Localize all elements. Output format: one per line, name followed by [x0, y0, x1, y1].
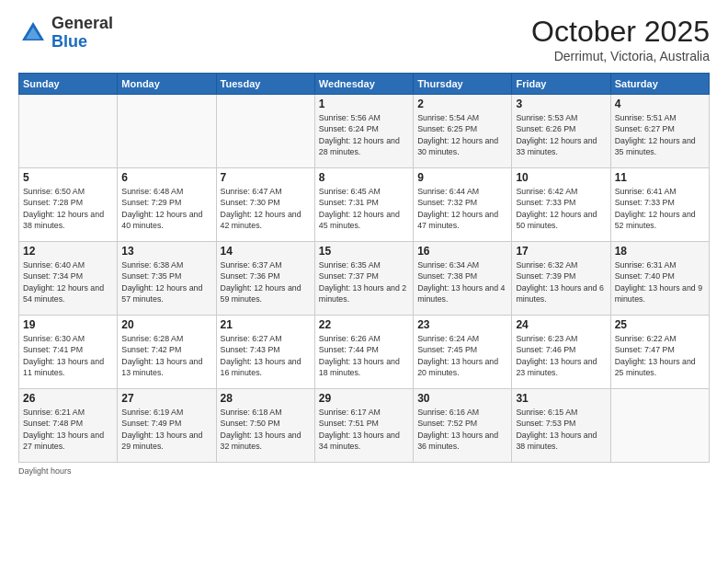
- day-number: 7: [221, 171, 311, 184]
- calendar-table: SundayMondayTuesdayWednesdayThursdayFrid…: [18, 73, 710, 463]
- day-info: Sunrise: 6:24 AM Sunset: 7:45 PM Dayligh…: [417, 333, 507, 378]
- day-info: Sunrise: 6:15 AM Sunset: 7:53 PM Dayligh…: [516, 407, 606, 452]
- day-number: 2: [417, 98, 507, 110]
- calendar-cell: 15Sunrise: 6:35 AM Sunset: 7:37 PM Dayli…: [314, 242, 413, 316]
- day-info: Sunrise: 6:27 AM Sunset: 7:43 PM Dayligh…: [221, 333, 311, 378]
- week-row-2: 12Sunrise: 6:40 AM Sunset: 7:34 PM Dayli…: [19, 242, 710, 316]
- day-number: 9: [417, 171, 507, 184]
- calendar-cell: [19, 95, 118, 168]
- title-block: October 2025 Derrimut, Victoria, Austral…: [531, 15, 710, 63]
- header-day-monday: Monday: [118, 74, 216, 95]
- day-number: 3: [516, 98, 606, 110]
- calendar-cell: 27Sunrise: 6:19 AM Sunset: 7:49 PM Dayli…: [118, 389, 216, 463]
- calendar-cell: 20Sunrise: 6:28 AM Sunset: 7:42 PM Dayli…: [118, 316, 216, 389]
- day-info: Sunrise: 6:23 AM Sunset: 7:46 PM Dayligh…: [516, 333, 606, 378]
- day-number: 25: [615, 318, 705, 331]
- day-info: Sunrise: 6:32 AM Sunset: 7:39 PM Dayligh…: [516, 259, 606, 304]
- day-number: 23: [417, 318, 507, 331]
- day-info: Sunrise: 6:26 AM Sunset: 7:44 PM Dayligh…: [319, 333, 409, 378]
- day-number: 18: [615, 245, 705, 258]
- week-row-3: 19Sunrise: 6:30 AM Sunset: 7:41 PM Dayli…: [19, 316, 710, 389]
- calendar-cell: [118, 95, 216, 168]
- header-day-tuesday: Tuesday: [216, 74, 314, 95]
- day-number: 11: [615, 171, 705, 184]
- day-info: Sunrise: 6:47 AM Sunset: 7:30 PM Dayligh…: [221, 186, 311, 231]
- calendar-cell: 22Sunrise: 6:26 AM Sunset: 7:44 PM Dayli…: [314, 316, 413, 389]
- logo-general-text: General: [51, 14, 113, 32]
- day-info: Sunrise: 6:48 AM Sunset: 7:29 PM Dayligh…: [121, 186, 211, 231]
- day-info: Sunrise: 5:51 AM Sunset: 6:27 PM Dayligh…: [615, 112, 705, 157]
- calendar-cell: 17Sunrise: 6:32 AM Sunset: 7:39 PM Dayli…: [512, 242, 610, 316]
- header-row: SundayMondayTuesdayWednesdayThursdayFrid…: [19, 74, 710, 95]
- calendar-cell: 18Sunrise: 6:31 AM Sunset: 7:40 PM Dayli…: [610, 242, 709, 316]
- day-number: 13: [121, 245, 211, 258]
- day-info: Sunrise: 6:41 AM Sunset: 7:33 PM Dayligh…: [615, 186, 705, 231]
- day-number: 5: [23, 171, 113, 184]
- day-info: Sunrise: 5:54 AM Sunset: 6:25 PM Dayligh…: [417, 112, 507, 157]
- day-info: Sunrise: 6:37 AM Sunset: 7:36 PM Dayligh…: [221, 259, 311, 304]
- day-info: Sunrise: 6:40 AM Sunset: 7:34 PM Dayligh…: [23, 259, 113, 304]
- location-subtitle: Derrimut, Victoria, Australia: [531, 49, 710, 63]
- day-info: Sunrise: 5:53 AM Sunset: 6:26 PM Dayligh…: [516, 112, 606, 157]
- day-number: 14: [221, 245, 311, 258]
- week-row-0: 1Sunrise: 5:56 AM Sunset: 6:24 PM Daylig…: [19, 95, 710, 168]
- day-info: Sunrise: 6:21 AM Sunset: 7:48 PM Dayligh…: [23, 407, 113, 452]
- day-number: 21: [221, 318, 311, 331]
- day-info: Sunrise: 5:56 AM Sunset: 6:24 PM Dayligh…: [319, 112, 409, 157]
- calendar-cell: 12Sunrise: 6:40 AM Sunset: 7:34 PM Dayli…: [19, 242, 118, 316]
- calendar-header: SundayMondayTuesdayWednesdayThursdayFrid…: [19, 74, 710, 95]
- calendar-cell: 19Sunrise: 6:30 AM Sunset: 7:41 PM Dayli…: [19, 316, 118, 389]
- day-info: Sunrise: 6:18 AM Sunset: 7:50 PM Dayligh…: [221, 407, 311, 452]
- month-title: October 2025: [531, 15, 710, 49]
- day-info: Sunrise: 6:30 AM Sunset: 7:41 PM Dayligh…: [23, 333, 113, 378]
- calendar-cell: 7Sunrise: 6:47 AM Sunset: 7:30 PM Daylig…: [216, 168, 314, 242]
- calendar-cell: 29Sunrise: 6:17 AM Sunset: 7:51 PM Dayli…: [314, 389, 413, 463]
- calendar-cell: 24Sunrise: 6:23 AM Sunset: 7:46 PM Dayli…: [512, 316, 610, 389]
- footer-note: Daylight hours: [18, 466, 710, 476]
- day-info: Sunrise: 6:31 AM Sunset: 7:40 PM Dayligh…: [615, 259, 705, 304]
- calendar-cell: 31Sunrise: 6:15 AM Sunset: 7:53 PM Dayli…: [512, 389, 610, 463]
- logo-icon: [18, 18, 48, 48]
- header-day-wednesday: Wednesday: [314, 74, 413, 95]
- calendar-cell: 14Sunrise: 6:37 AM Sunset: 7:36 PM Dayli…: [216, 242, 314, 316]
- day-number: 28: [221, 392, 311, 405]
- header: General Blue October 2025 Derrimut, Vict…: [18, 15, 710, 63]
- day-info: Sunrise: 6:45 AM Sunset: 7:31 PM Dayligh…: [319, 186, 409, 231]
- calendar-cell: 30Sunrise: 6:16 AM Sunset: 7:52 PM Dayli…: [414, 389, 512, 463]
- calendar-cell: 6Sunrise: 6:48 AM Sunset: 7:29 PM Daylig…: [118, 168, 216, 242]
- calendar-cell: 9Sunrise: 6:44 AM Sunset: 7:32 PM Daylig…: [414, 168, 512, 242]
- week-row-4: 26Sunrise: 6:21 AM Sunset: 7:48 PM Dayli…: [19, 389, 710, 463]
- day-info: Sunrise: 6:22 AM Sunset: 7:47 PM Dayligh…: [615, 333, 705, 378]
- day-number: 20: [121, 318, 211, 331]
- day-number: 17: [516, 245, 606, 258]
- calendar-cell: 4Sunrise: 5:51 AM Sunset: 6:27 PM Daylig…: [610, 95, 709, 168]
- calendar-cell: 25Sunrise: 6:22 AM Sunset: 7:47 PM Dayli…: [610, 316, 709, 389]
- calendar-cell: 10Sunrise: 6:42 AM Sunset: 7:33 PM Dayli…: [512, 168, 610, 242]
- day-number: 22: [319, 318, 409, 331]
- day-info: Sunrise: 6:44 AM Sunset: 7:32 PM Dayligh…: [417, 186, 507, 231]
- day-number: 16: [417, 245, 507, 258]
- day-number: 31: [516, 392, 606, 405]
- calendar-cell: 26Sunrise: 6:21 AM Sunset: 7:48 PM Dayli…: [19, 389, 118, 463]
- calendar-cell: 23Sunrise: 6:24 AM Sunset: 7:45 PM Dayli…: [414, 316, 512, 389]
- week-row-1: 5Sunrise: 6:50 AM Sunset: 7:28 PM Daylig…: [19, 168, 710, 242]
- calendar-cell: 8Sunrise: 6:45 AM Sunset: 7:31 PM Daylig…: [314, 168, 413, 242]
- logo-blue-text: Blue: [51, 32, 87, 51]
- day-number: 29: [319, 392, 409, 405]
- logo-text: General Blue: [51, 15, 113, 52]
- day-number: 4: [615, 98, 705, 110]
- day-info: Sunrise: 6:35 AM Sunset: 7:37 PM Dayligh…: [319, 259, 409, 304]
- day-number: 10: [516, 171, 606, 184]
- header-day-sunday: Sunday: [19, 74, 118, 95]
- day-number: 26: [23, 392, 113, 405]
- day-info: Sunrise: 6:16 AM Sunset: 7:52 PM Dayligh…: [417, 407, 507, 452]
- header-day-saturday: Saturday: [610, 74, 709, 95]
- calendar-cell: 13Sunrise: 6:38 AM Sunset: 7:35 PM Dayli…: [118, 242, 216, 316]
- calendar-cell: 16Sunrise: 6:34 AM Sunset: 7:38 PM Dayli…: [414, 242, 512, 316]
- day-number: 12: [23, 245, 113, 258]
- logo: General Blue: [18, 15, 113, 52]
- calendar-cell: 1Sunrise: 5:56 AM Sunset: 6:24 PM Daylig…: [314, 95, 413, 168]
- calendar-cell: 28Sunrise: 6:18 AM Sunset: 7:50 PM Dayli…: [216, 389, 314, 463]
- day-info: Sunrise: 6:17 AM Sunset: 7:51 PM Dayligh…: [319, 407, 409, 452]
- day-number: 1: [319, 98, 409, 110]
